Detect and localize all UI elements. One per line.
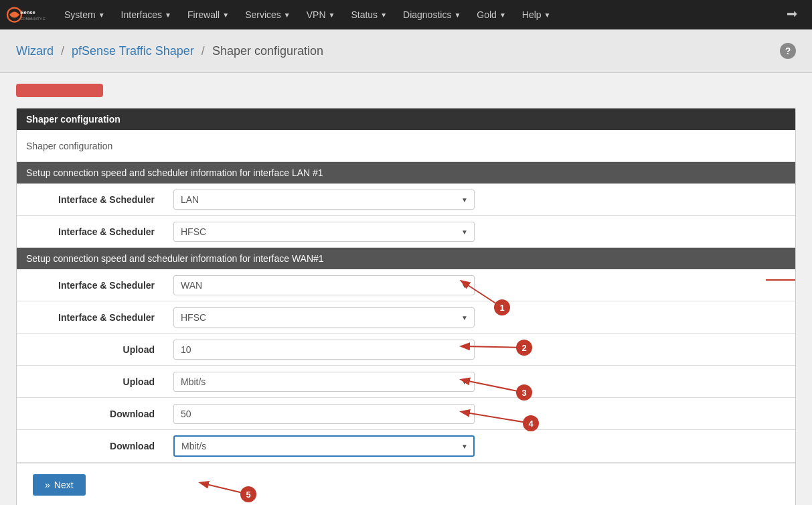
upload-label: Upload bbox=[17, 338, 164, 362]
svg-text:COMMUNITY EDITION: COMMUNITY EDITION bbox=[21, 17, 46, 21]
svg-text:Sense: Sense bbox=[21, 9, 35, 15]
next-button[interactable]: » Next bbox=[33, 474, 86, 496]
wan-scheduler-select[interactable]: HFSC PRIQ CBQ FAIRQ bbox=[173, 307, 475, 328]
lan-scheduler-cell: HFSC PRIQ CBQ FAIRQ bbox=[164, 216, 795, 247]
nav-interfaces[interactable]: Interfaces ▼ bbox=[113, 0, 179, 29]
download-unit-select[interactable]: Mbit/s Kbit/s bit/s bbox=[173, 435, 475, 457]
chevron-down-icon: ▼ bbox=[222, 11, 229, 19]
upload-unit-select[interactable]: Mbit/s Kbit/s bit/s bbox=[173, 372, 475, 392]
nav-action-icon[interactable]: ⮕ bbox=[779, 0, 807, 29]
wan-scheduler-label: Interface & Scheduler bbox=[17, 305, 164, 330]
lan-interface-select-wrapper: LAN WAN OPT1 bbox=[173, 190, 475, 210]
lan-scheduler-row: Interface & Scheduler HFSC PRIQ CBQ FAIR… bbox=[17, 216, 795, 248]
description-text: Shaper configuration bbox=[17, 134, 122, 158]
wan-interface-select-wrapper: WAN LAN OPT1 bbox=[173, 275, 475, 295]
download-unit-select-wrapper: Mbit/s Kbit/s bit/s bbox=[173, 435, 475, 457]
download-unit-row: Download Mbit/s Kbit/s bit/s bbox=[17, 430, 795, 463]
lan-scheduler-select[interactable]: HFSC PRIQ CBQ FAIRQ bbox=[173, 222, 475, 242]
main-content: Shaper configuration Shaper configuratio… bbox=[0, 73, 812, 505]
upload-input[interactable] bbox=[173, 340, 475, 360]
nav-gold[interactable]: Gold ▼ bbox=[469, 0, 513, 29]
chevron-down-icon: ▼ bbox=[499, 11, 506, 19]
breadcrumb-wizard[interactable]: Wizard bbox=[16, 44, 54, 58]
description-row: Shaper configuration bbox=[17, 130, 795, 162]
wan-scheduler-row: Interface & Scheduler HFSC PRIQ CBQ FAIR… bbox=[17, 301, 795, 334]
lan-interface-row: Interface & Scheduler LAN WAN OPT1 bbox=[17, 184, 795, 216]
wan-interface-select[interactable]: WAN LAN OPT1 bbox=[173, 275, 475, 295]
upload-unit-select-wrapper: Mbit/s Kbit/s bit/s bbox=[173, 372, 475, 392]
breadcrumb-current: Shaper configuration bbox=[212, 44, 323, 58]
download-unit-label: Download bbox=[17, 434, 164, 458]
external-link-icon: ⮕ bbox=[787, 8, 799, 22]
lan-interface-select[interactable]: LAN WAN OPT1 bbox=[173, 190, 475, 210]
progress-bar bbox=[16, 84, 103, 97]
wan-interface-row: Interface & Scheduler WAN LAN OPT1 1 bbox=[17, 269, 795, 301]
download-unit-cell: Mbit/s Kbit/s bit/s bbox=[164, 430, 795, 462]
lan-scheduler-label: Interface & Scheduler bbox=[17, 220, 164, 244]
chevron-down-icon: ▼ bbox=[380, 11, 387, 19]
lan-interface-cell: LAN WAN OPT1 bbox=[164, 184, 795, 215]
chevron-down-icon: ▼ bbox=[454, 11, 461, 19]
panel-header: Shaper configuration bbox=[17, 109, 795, 130]
upload-unit-label: Upload bbox=[17, 370, 164, 394]
breadcrumb-traffic-shaper[interactable]: pfSense Traffic Shaper bbox=[72, 44, 194, 58]
wan-section-header: Setup connection speed and scheduler inf… bbox=[17, 248, 795, 269]
navbar-right: ⮕ bbox=[779, 0, 807, 29]
wan-scheduler-select-wrapper: HFSC PRIQ CBQ FAIRQ bbox=[173, 307, 475, 328]
help-icon[interactable]: ? bbox=[780, 43, 796, 59]
wan-interface-cell: WAN LAN OPT1 1 bbox=[164, 270, 795, 301]
upload-row: Upload bbox=[17, 334, 795, 366]
breadcrumb: Wizard / pfSense Traffic Shaper / Shaper… bbox=[16, 44, 323, 58]
footer-row: » Next bbox=[17, 463, 795, 505]
upload-unit-cell: Mbit/s Kbit/s bit/s bbox=[164, 366, 795, 397]
lan-interface-label: Interface & Scheduler bbox=[17, 188, 164, 212]
chevron-right-icon: » bbox=[45, 480, 50, 490]
nav-system[interactable]: System ▼ bbox=[56, 0, 113, 29]
upload-cell bbox=[164, 334, 795, 365]
download-label: Download bbox=[17, 402, 164, 426]
nav-help[interactable]: Help ▼ bbox=[514, 0, 559, 29]
nav-diagnostics[interactable]: Diagnostics ▼ bbox=[395, 0, 469, 29]
nav-vpn[interactable]: VPN ▼ bbox=[299, 0, 343, 29]
download-row: Download bbox=[17, 398, 795, 430]
lan-scheduler-select-wrapper: HFSC PRIQ CBQ FAIRQ bbox=[173, 222, 475, 242]
upload-unit-row: Upload Mbit/s Kbit/s bit/s bbox=[17, 366, 795, 398]
nav-firewall[interactable]: Firewall ▼ bbox=[179, 0, 237, 29]
nav-services[interactable]: Services ▼ bbox=[237, 0, 299, 29]
nav-status[interactable]: Status ▼ bbox=[343, 0, 395, 29]
chevron-down-icon: ▼ bbox=[284, 11, 291, 19]
main-panel: Shaper configuration Shaper configuratio… bbox=[16, 108, 796, 505]
brand-logo[interactable]: Sense COMMUNITY EDITION bbox=[5, 3, 46, 27]
wan-interface-label: Interface & Scheduler bbox=[17, 273, 164, 297]
navbar: Sense COMMUNITY EDITION System ▼ Interfa… bbox=[0, 0, 812, 29]
chevron-down-icon: ▼ bbox=[165, 11, 171, 19]
chevron-down-icon: ▼ bbox=[98, 11, 105, 19]
download-cell bbox=[164, 399, 795, 429]
wan-scheduler-cell: HFSC PRIQ CBQ FAIRQ bbox=[164, 302, 795, 333]
breadcrumb-bar: Wizard / pfSense Traffic Shaper / Shaper… bbox=[0, 29, 812, 73]
chevron-down-icon: ▼ bbox=[329, 11, 335, 19]
download-input[interactable] bbox=[173, 404, 475, 424]
lan-section-header: Setup connection speed and scheduler inf… bbox=[17, 162, 795, 184]
chevron-down-icon: ▼ bbox=[544, 11, 551, 19]
